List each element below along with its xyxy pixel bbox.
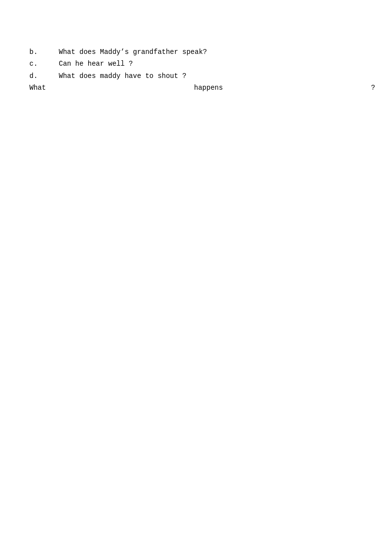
content-area: b. What does Maddy’s grandfather speak? … bbox=[29, 47, 382, 94]
end-spaces bbox=[223, 82, 371, 93]
label-b: b. bbox=[29, 47, 59, 57]
question-line-b: b. What does Maddy’s grandfather speak? bbox=[29, 47, 382, 57]
text-d: What does maddy have to shout ? bbox=[59, 71, 186, 81]
middle-spaces bbox=[46, 82, 194, 93]
question-line-c: c. Can he hear well ? bbox=[29, 58, 382, 69]
text-b: What does Maddy’s grandfather speak? bbox=[59, 47, 207, 57]
end-question-mark: ? bbox=[371, 82, 375, 93]
text-c: Can he hear well ? bbox=[59, 58, 133, 69]
word-happens: happens bbox=[194, 82, 223, 93]
word-what: What bbox=[29, 82, 46, 93]
label-d: d. bbox=[29, 71, 59, 81]
label-c: c. bbox=[29, 58, 59, 69]
question-line-what: What happens ? bbox=[29, 82, 382, 93]
question-line-d: d. What does maddy have to shout ? bbox=[29, 71, 382, 81]
